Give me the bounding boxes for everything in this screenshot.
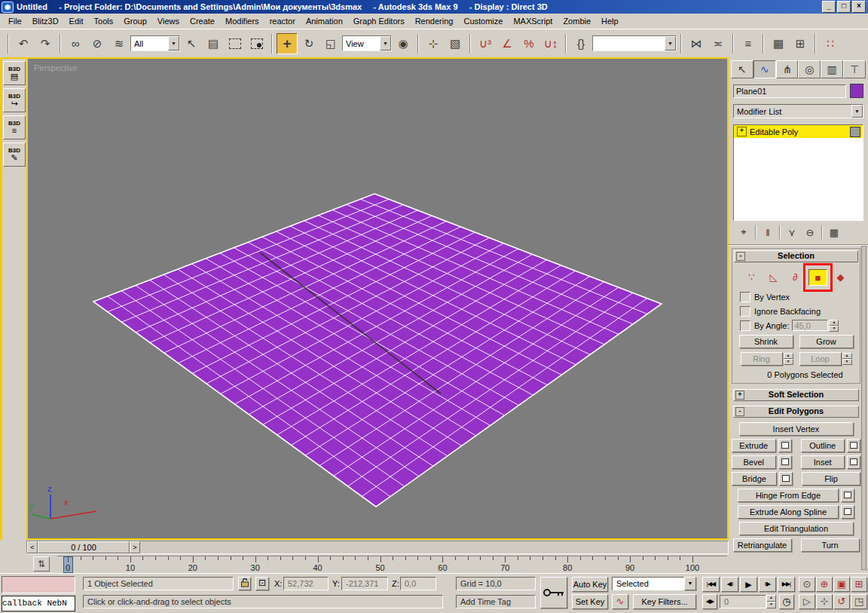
menu-blitz3d[interactable]: Blitz3D [27,14,64,28]
plane01-object[interactable]: zxy [28,59,727,538]
frame-spinner[interactable]: ▲ ▼ [766,595,776,608]
restore-button[interactable]: □ [837,1,851,13]
tab-display[interactable]: ▥ [821,60,843,78]
minimize-button[interactable]: _ [822,1,836,13]
keyboard-shortcut-override-toggle-button[interactable]: ▧ [445,33,466,54]
use-pivot-point-center-button[interactable]: ◉ [393,33,414,54]
inset-settings-button[interactable] [847,455,860,469]
schematic-view-button[interactable]: ⊞ [790,33,811,54]
pin-stack-button[interactable]: ⌖ [735,225,753,240]
maximize-viewport-toggle-button[interactable]: ◳ [851,594,867,609]
mirror-button[interactable]: ⋈ [686,33,707,54]
bevel-button[interactable]: Bevel [732,455,776,469]
menu-file[interactable]: File [3,14,27,28]
spinner-down-icon[interactable]: ▼ [784,359,793,365]
play-button[interactable]: ▶ [740,577,757,592]
z-coord-field[interactable]: 0,0 [400,577,436,590]
set-key-curve-icon[interactable]: ∿ [612,594,628,609]
time-slider-handle[interactable]: 0 / 100 [38,541,130,553]
object-color-swatch[interactable] [850,84,863,98]
named-selection-sets-dropdown[interactable]: ▼ [592,35,677,51]
ring-button[interactable]: Ring [741,352,783,366]
menu-animation[interactable]: Animation [301,14,348,28]
perspective-viewport[interactable]: zxy Perspective [26,57,729,540]
selection-set-dropdown[interactable]: Selected [612,577,684,590]
ring-spinner[interactable]: ▲ ▼ [784,353,793,365]
layer-manager-button[interactable]: ≡ [738,33,759,54]
modifier-onoff-icon[interactable] [850,127,860,137]
x-coord-field[interactable]: 52,732 [283,577,329,590]
selection-lock-toggle-button[interactable] [238,577,251,590]
outline-settings-button[interactable] [847,439,860,452]
chevron-down-icon[interactable]: ▼ [851,105,863,118]
time-slider[interactable]: < 0 / 100 > [26,541,729,554]
close-button[interactable]: × [852,1,866,13]
menu-reactor[interactable]: reactor [264,14,301,28]
selection-rollout-header[interactable]: - Selection [734,250,858,262]
collapse-icon[interactable]: - [735,407,744,416]
soft-selection-rollout-header[interactable]: + Soft Selection [733,389,859,401]
by-angle-spinner[interactable]: ▲ ▼ [829,320,839,332]
polygon-subobject-button[interactable]: ■ [808,269,827,286]
spinner-up-icon[interactable]: ▲ [842,353,852,359]
tab-hierarchy[interactable]: ⋔ [776,60,799,78]
menu-edit[interactable]: Edit [64,14,89,28]
selection-filter-dropdown[interactable]: All▼ [130,35,180,51]
undo-button[interactable]: ↶ [13,33,34,54]
material-editor-button[interactable]: ∷ [820,33,841,54]
menu-views[interactable]: Views [152,14,185,28]
grow-button[interactable]: Grow [799,335,854,348]
percent-snap-toggle-button[interactable]: % [518,33,539,54]
spinner-up-icon[interactable]: ▲ [766,595,776,602]
menu-tools[interactable]: Tools [89,14,119,28]
field-of-view-button[interactable]: ▷ [799,594,815,609]
loop-button[interactable]: Loop [799,352,842,366]
bevel-settings-button[interactable] [778,455,792,469]
select-and-move-button[interactable]: + [277,33,298,54]
zoom-extents-button[interactable]: ▣ [833,577,850,592]
insert-vertex-button[interactable]: Insert Vertex [739,422,854,436]
ignore-backfacing-checkbox[interactable] [740,306,750,317]
extrude-settings-button[interactable] [778,439,792,452]
zoom-button[interactable]: ⊙ [799,577,815,592]
tab-create[interactable]: ↖ [731,60,753,78]
spinner-down-icon[interactable]: ▼ [766,602,776,608]
show-end-result-button[interactable]: ‖ [759,225,777,240]
unlink-selection-button[interactable]: ⊘ [87,33,108,54]
plane01-surface[interactable] [93,194,662,507]
collapse-icon[interactable]: - [736,252,745,261]
chevron-down-icon[interactable]: ▼ [684,577,696,590]
b3d-settings-button[interactable]: B3D✎ [3,143,26,167]
hinge-from-edge-button[interactable]: Hinge From Edge [738,489,839,502]
b3d-export-selected-button[interactable]: B3D≡ [3,115,26,139]
flip-button[interactable]: Flip [802,472,860,486]
vertex-subobject-button[interactable]: ∵ [743,269,760,284]
by-angle-checkbox[interactable] [740,320,750,331]
key-filters-button[interactable]: Key Filters... [633,594,696,609]
by-vertex-checkbox[interactable] [740,292,750,302]
modifier-list-dropdown[interactable]: Modifier List ▼ [733,104,863,118]
edge-subobject-button[interactable]: ◺ [765,269,782,284]
auto-key-button[interactable]: Auto Key [572,577,608,592]
curve-editor-button[interactable]: ▦ [768,33,789,54]
viewport-label[interactable]: Perspective [34,63,77,72]
border-subobject-button[interactable]: ∂ [787,269,804,284]
tab-motion[interactable]: ◎ [798,60,821,78]
menu-help[interactable]: Help [596,14,624,28]
bind-to-space-warp-button[interactable]: ≋ [108,33,130,54]
zoom-all-button[interactable]: ⊕ [816,577,833,592]
expand-icon[interactable]: + [737,127,747,136]
select-and-link-button[interactable]: ∞ [65,33,86,54]
time-slider-prev-button[interactable]: < [27,541,38,553]
shrink-button[interactable]: Shrink [739,335,793,348]
pan-button[interactable]: ⊹ [816,594,833,609]
menu-create[interactable]: Create [185,14,220,28]
go-to-start-button[interactable]: |◀◀ [702,577,720,592]
menu-group[interactable]: Group [118,14,152,28]
align-button[interactable]: ≍ [708,33,729,54]
menu-rendering[interactable]: Rendering [410,14,459,28]
select-by-name-button[interactable]: ▤ [203,33,224,54]
chevron-down-icon[interactable]: ▼ [665,36,676,51]
spinner-snap-toggle-button[interactable]: ∪↕ [540,33,561,54]
retriangulate-button[interactable]: Retriangulate [733,538,792,552]
